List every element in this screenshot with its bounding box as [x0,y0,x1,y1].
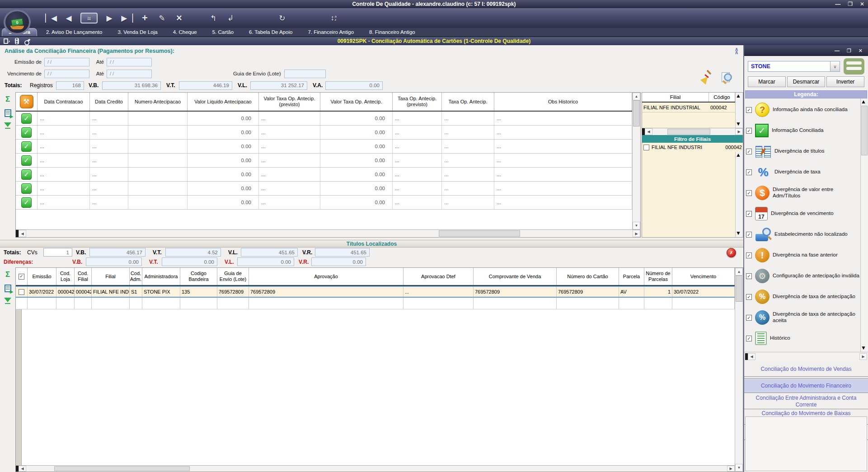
minimize-button[interactable] [835,1,840,7]
vl-value[interactable] [250,81,307,90]
column-header[interactable]: Aprovação [249,268,404,285]
column-header[interactable]: Parcela [619,268,644,285]
scroll-left-icon[interactable] [19,230,26,237]
column-header[interactable]: Guia de Envio (Lote) [217,268,249,285]
confirm-icon[interactable]: ↲ [225,12,236,24]
registros-value[interactable] [56,81,84,90]
close-button[interactable] [860,1,864,7]
column-header[interactable]: Valor Taxa Op. Antecip. [320,93,393,111]
table-row[interactable]: ✓ ... ... 0.00 ... 0.00 ... ... [16,112,632,126]
undo-icon[interactable]: ↰ [208,12,219,24]
nav-next-icon[interactable]: ▶ [104,12,115,24]
export-grid-icon[interactable] [5,285,11,292]
search-icon[interactable] [259,12,270,24]
column-header[interactable]: Cod. Loja [56,268,75,285]
vl-value[interactable] [241,248,298,257]
legend-checkbox[interactable]: ✓ [746,273,752,279]
legend-checkbox[interactable]: ✓ [746,107,752,113]
delete-titulo-icon[interactable]: ✗ [727,248,736,257]
dif-vt-value[interactable] [162,257,217,266]
save-icon[interactable] [191,12,202,24]
module-tab[interactable]: 5. Cartão [206,28,240,36]
emissao-ate-input[interactable] [107,58,152,66]
maximize-button[interactable] [848,1,853,7]
filtro-filial-item[interactable]: FILIAL NFE INDUSTRI 000042 [642,143,743,152]
chevron-down-icon[interactable]: ∨ [830,61,840,71]
search-document-icon[interactable] [721,71,732,83]
scroll-down-icon[interactable] [633,222,640,229]
scrollbar-thumb[interactable] [633,100,640,126]
vt-value[interactable] [179,81,232,90]
legend-checkbox[interactable]: ✓ [746,315,752,321]
delete-icon[interactable]: × [174,12,184,24]
edit-icon[interactable]: ✎ [156,12,167,24]
horizontal-scrollbar[interactable] [16,229,640,237]
scrollbar-thumb[interactable] [439,230,520,237]
legend-checkbox[interactable]: ✓ [746,128,752,134]
vertical-scrollbar[interactable] [735,268,743,472]
column-header[interactable]: Vencimento [672,268,735,285]
marcar-button[interactable]: Marcar [748,76,786,87]
add-icon[interactable]: + [139,12,150,24]
module-tab[interactable]: 6. Tabela De Apoio [243,28,299,36]
table-row[interactable]: ✓ ... ... 0.00 ... 0.00 ... ... [16,154,632,168]
refresh-icon[interactable]: ↻ [277,12,287,24]
mdi-close-button[interactable] [859,48,863,54]
column-header[interactable]: Codigo Bandeira [180,268,217,285]
table-row[interactable]: ✓ ... ... 0.00 ... 0.00 ... ... [16,196,632,210]
filtro-vertical-scrollbar[interactable] [735,152,743,237]
sum-sigma-icon[interactable]: Σ [5,95,10,104]
legend-checkbox[interactable]: ✓ [746,252,752,258]
row-checkbox[interactable] [19,289,24,295]
legend-vertical-scrollbar[interactable] [860,98,868,352]
tools-icon[interactable]: ⚒ [20,95,33,108]
table-row[interactable]: ✓ ... ... 0.00 ... 0.00 ... ... [16,126,632,140]
scroll-right-icon[interactable] [633,230,640,237]
table-row[interactable]: ✓ ... ... 0.00 ... 0.00 ... ... [16,140,632,154]
column-header[interactable]: Data Credito [90,93,128,111]
administradora-select[interactable]: STONE ∨ [748,61,840,72]
records-list-icon[interactable]: ≡ [80,13,98,23]
module-tab[interactable]: 3. Venda De Loja [111,28,164,36]
brush-icon[interactable] [242,12,253,24]
legend-checkbox[interactable]: ✓ [746,190,752,196]
conciliacao-link[interactable]: Conciliação do Movimento de Vendas [744,362,868,377]
mdi-minimize-button[interactable] [835,48,840,53]
sum-sigma-icon[interactable]: Σ [5,270,10,279]
column-header[interactable]: Data Contratacao [38,93,90,111]
desmarcar-button[interactable]: Desmarcar [787,76,825,87]
scroll-up-icon[interactable] [633,93,640,100]
column-header[interactable]: Número de Parcelas [644,268,672,285]
nav-first-icon[interactable]: ▏◀ [45,12,57,24]
filial-row[interactable]: FILIAL NFE INDUSTRIAL 000042 [642,103,735,112]
vb-value[interactable] [89,248,145,257]
filial-vertical-scrollbar[interactable] [735,93,743,128]
mdi-restore-button[interactable] [847,48,851,54]
column-header[interactable]: Obs Historico [494,93,632,111]
filter-grid-icon[interactable] [4,122,11,129]
column-header[interactable]: Emissão [28,268,56,285]
module-tab[interactable]: 8. Financeiro Antigo [363,28,422,36]
doc-remove-icon[interactable] [362,12,373,24]
module-tab[interactable]: 7. Financeiro Antigo [301,28,360,36]
vb-value[interactable] [102,81,161,90]
doc-export-icon[interactable] [3,38,9,44]
sort-icon[interactable] [328,12,339,24]
preview-icon[interactable] [294,12,305,24]
module-tab[interactable]: 4. Cheque [167,28,203,36]
column-header[interactable]: Valor Liquido Antecipacao [188,93,259,111]
column-header[interactable]: Numero Antecipacao [128,93,188,111]
column-header[interactable]: Taxa Op. Antecip. [442,93,494,111]
filial-checkbox[interactable] [643,145,649,150]
va-value[interactable] [325,81,383,90]
clear-broom-icon[interactable] [701,71,713,83]
table-row[interactable]: ✓ ... ... 0.00 ... 0.00 ... ... [16,182,632,196]
conciliacao-link[interactable]: Conciliação do Movimento Financeiro [744,378,868,393]
nav-last-icon[interactable]: ▶▕ [121,12,133,24]
horizontal-scrollbar[interactable] [16,465,735,472]
table-row[interactable]: ✓ ... ... 0.00 ... 0.00 ... ... [16,168,632,182]
monitors-icon[interactable] [431,12,442,24]
legend-checkbox[interactable]: ✓ [746,211,752,217]
filter-clear-icon[interactable] [397,12,408,24]
dif-vb-value[interactable] [86,257,142,266]
